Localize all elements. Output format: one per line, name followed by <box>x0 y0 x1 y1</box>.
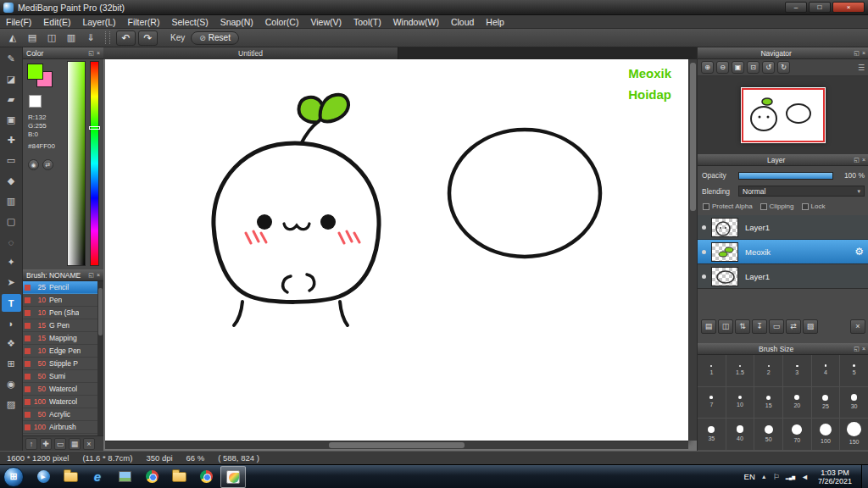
eraser-tool-icon[interactable]: ◪ <box>2 70 21 88</box>
brush-size-option[interactable]: 70 <box>783 419 812 451</box>
brush-list-item[interactable]: 50 Sumi <box>23 370 97 383</box>
protect-alpha-checkbox[interactable]: Protect Alpha <box>703 202 753 210</box>
panel-detach-icon[interactable]: ◱ <box>88 50 94 57</box>
taskbar-photo-viewer-icon[interactable] <box>112 466 137 488</box>
merge-down-icon[interactable]: ↧ <box>752 319 767 334</box>
menu-item[interactable]: Layer(L) <box>76 15 121 28</box>
zoom-out-icon[interactable]: ⊖ <box>716 61 729 74</box>
brush-size-option[interactable]: 35 <box>698 419 726 451</box>
vertical-scrollbar-thumb[interactable] <box>690 63 696 211</box>
layer-settings-gear-icon[interactable]: ⚙ <box>854 246 864 258</box>
layer-visibility-icon[interactable] <box>702 250 706 254</box>
move-up-icon[interactable]: ↑ <box>25 438 37 450</box>
brush-size-option[interactable]: 20 <box>783 387 812 419</box>
brush-size-option[interactable]: 4 <box>812 355 841 387</box>
show-desktop-button[interactable] <box>861 465 868 488</box>
menu-item[interactable]: Edit(E) <box>37 15 76 28</box>
lock-checkbox[interactable]: Lock <box>802 202 826 210</box>
brush-list-item[interactable]: 50 Stipple P <box>23 358 97 370</box>
brush-tool-icon[interactable]: ✎ <box>2 50 21 68</box>
delete-layer-icon[interactable]: × <box>850 319 865 334</box>
brush-list-item[interactable]: 10 Pen <box>23 294 97 307</box>
brush-menu-icon[interactable]: ▦ <box>69 438 81 450</box>
panel-close-icon[interactable]: × <box>862 346 865 352</box>
brush-size-option[interactable]: 30 <box>840 387 868 419</box>
brush-size-option[interactable]: 1 <box>698 355 726 387</box>
color-wheel-icon[interactable]: ◉ <box>28 159 39 170</box>
brush-list-item[interactable]: 100 Airbrush <box>23 421 97 434</box>
duplicate-layer-icon[interactable]: ◫ <box>718 319 733 334</box>
taskbar-documents-folder-icon[interactable] <box>166 466 192 488</box>
brush-list-scrollbar[interactable] <box>97 281 103 435</box>
menu-item[interactable]: Window(W) <box>387 15 445 28</box>
menu-item[interactable]: View(V) <box>304 15 348 28</box>
layer-visibility-icon[interactable] <box>702 225 706 230</box>
redo-icon[interactable]: ↷ <box>138 30 158 46</box>
taskbar-explorer-icon[interactable] <box>58 466 83 488</box>
brush-size-option[interactable]: 15 <box>754 387 783 419</box>
brush-size-option[interactable]: 40 <box>726 419 755 451</box>
clock[interactable]: 1:03 PM 7/26/2021 <box>815 469 855 485</box>
rotate-right-icon[interactable]: ↻ <box>777 61 790 74</box>
layer-visibility-icon[interactable] <box>702 274 706 279</box>
swap-colors-icon[interactable]: ⇄ <box>42 159 53 170</box>
hand-tool-icon[interactable]: ❖ <box>2 335 21 352</box>
new-file-icon[interactable]: ▤ <box>24 30 41 46</box>
canvas[interactable]: MeoxikHoidap <box>105 59 688 441</box>
brush-size-option[interactable]: 150 <box>840 419 868 451</box>
eyedropper-tool-icon[interactable]: ◗ <box>2 314 21 332</box>
zoom-in-icon[interactable]: ⊕ <box>701 61 714 74</box>
blending-select[interactable]: Normal ▾ <box>738 186 865 197</box>
menu-item[interactable]: Help <box>480 15 510 28</box>
brush-list-item[interactable]: 100 Watercol <box>23 396 97 408</box>
move-layer-icon[interactable]: ⇅ <box>735 319 750 334</box>
taskbar-chrome-icon[interactable] <box>139 466 164 488</box>
export-icon[interactable]: ⇓ <box>82 30 99 46</box>
menu-item[interactable]: Filter(R) <box>122 15 166 28</box>
foreground-color-swatch[interactable] <box>27 64 43 80</box>
brush-list-item[interactable]: 50 Acrylic <box>23 408 97 421</box>
menu-item[interactable]: Cloud <box>445 15 480 28</box>
panel-detach-icon[interactable]: ◱ <box>854 157 860 164</box>
hue-slider[interactable] <box>90 61 99 266</box>
transfer-layer-icon[interactable]: ⇄ <box>786 319 801 334</box>
operation-tool-icon[interactable]: ➤ <box>2 274 21 291</box>
menu-item[interactable]: Color(C) <box>259 15 305 28</box>
layer-folder-icon[interactable]: ▭ <box>769 319 784 334</box>
taskbar-medibang-icon[interactable] <box>220 466 246 488</box>
brush-list-item[interactable]: 15 G Pen <box>23 319 97 332</box>
brush-size-option[interactable]: 5 <box>840 355 868 387</box>
brush-list-item[interactable]: 50 Watercol <box>23 383 97 396</box>
reset-button[interactable]: ⊘ Reset <box>191 31 239 45</box>
brush-size-option[interactable]: 50 <box>754 419 783 451</box>
brush-list-item[interactable]: 25 Pencil <box>23 281 97 294</box>
lasso-tool-icon[interactable]: ◌ <box>2 233 21 251</box>
pattern-tool-icon[interactable]: ▨ <box>2 396 21 413</box>
saturation-value-picker[interactable] <box>67 61 86 266</box>
navigator-menu-icon[interactable]: ☰ <box>858 64 865 72</box>
undo-icon[interactable]: ↶ <box>116 30 136 46</box>
divide-tool-icon[interactable]: ⊞ <box>2 355 21 373</box>
panel-close-icon[interactable]: × <box>862 157 865 163</box>
menu-item[interactable]: Tool(T) <box>348 15 387 28</box>
brush-size-option[interactable]: 25 <box>812 387 841 419</box>
vertical-scrollbar[interactable] <box>688 59 697 441</box>
layer-row[interactable]: Layer1 <box>698 215 868 240</box>
minimize-icon[interactable]: – <box>785 2 807 13</box>
tray-expand-icon[interactable]: ▲ <box>761 474 767 480</box>
actual-size-icon[interactable]: ⊡ <box>747 61 760 74</box>
dot-tool-icon[interactable]: ◉ <box>2 375 21 393</box>
magic-wand-tool-icon[interactable]: ✦ <box>2 253 21 271</box>
save-icon[interactable]: ▥ <box>63 30 80 46</box>
brush-size-option[interactable]: 100 <box>812 419 841 451</box>
language-indicator[interactable]: EN <box>744 472 755 481</box>
layer-row-selected[interactable]: Meoxik ⚙ <box>698 240 868 264</box>
add-brush-icon[interactable]: ✚ <box>40 438 52 450</box>
taskbar-media-player-icon[interactable]: ▶ <box>31 466 56 488</box>
delete-brush-icon[interactable]: × <box>83 438 95 450</box>
select-tool-icon[interactable]: ▢ <box>2 213 21 230</box>
layer-row[interactable]: Layer1 <box>698 264 868 289</box>
menu-item[interactable]: File(F) <box>0 15 37 28</box>
menu-item[interactable]: Select(S) <box>165 15 214 28</box>
rotate-left-icon[interactable]: ↺ <box>762 61 775 74</box>
